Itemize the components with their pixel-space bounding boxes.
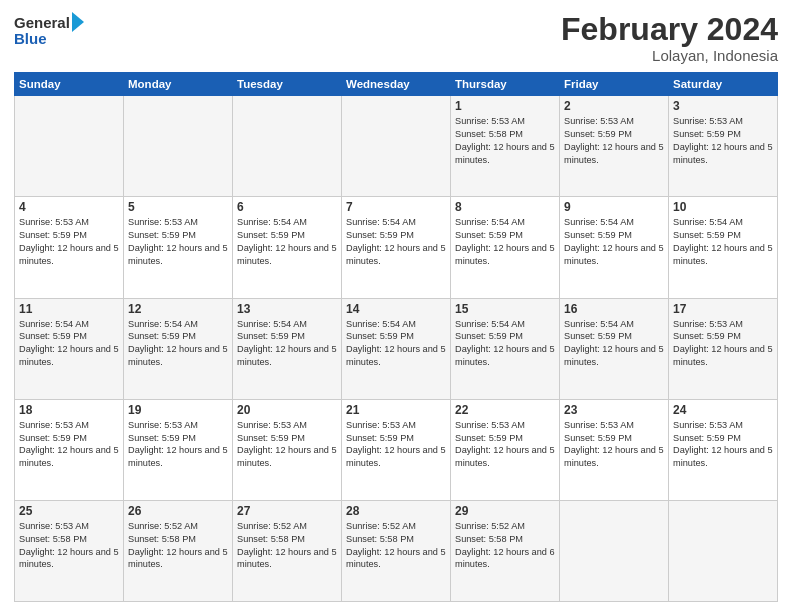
- cell-info: Sunrise: 5:53 AM Sunset: 5:59 PM Dayligh…: [346, 419, 446, 471]
- table-row: 13Sunrise: 5:54 AM Sunset: 5:59 PM Dayli…: [233, 298, 342, 399]
- table-row: 23Sunrise: 5:53 AM Sunset: 5:59 PM Dayli…: [560, 399, 669, 500]
- day-number: 18: [19, 403, 119, 417]
- day-number: 6: [237, 200, 337, 214]
- col-sunday: Sunday: [15, 73, 124, 96]
- cell-info: Sunrise: 5:52 AM Sunset: 5:58 PM Dayligh…: [128, 520, 228, 572]
- general-blue-logo-icon: GeneralBlue: [14, 12, 84, 48]
- table-row: 26Sunrise: 5:52 AM Sunset: 5:58 PM Dayli…: [124, 500, 233, 601]
- day-number: 25: [19, 504, 119, 518]
- header: GeneralBlue February 2024 Lolayan, Indon…: [14, 12, 778, 64]
- cell-info: Sunrise: 5:53 AM Sunset: 5:59 PM Dayligh…: [19, 419, 119, 471]
- day-number: 8: [455, 200, 555, 214]
- cell-info: Sunrise: 5:53 AM Sunset: 5:59 PM Dayligh…: [564, 115, 664, 167]
- table-row: 12Sunrise: 5:54 AM Sunset: 5:59 PM Dayli…: [124, 298, 233, 399]
- table-row: 1Sunrise: 5:53 AM Sunset: 5:58 PM Daylig…: [451, 96, 560, 197]
- cell-info: Sunrise: 5:54 AM Sunset: 5:59 PM Dayligh…: [673, 216, 773, 268]
- table-row: 24Sunrise: 5:53 AM Sunset: 5:59 PM Dayli…: [669, 399, 778, 500]
- table-row: 11Sunrise: 5:54 AM Sunset: 5:59 PM Dayli…: [15, 298, 124, 399]
- cell-info: Sunrise: 5:54 AM Sunset: 5:59 PM Dayligh…: [455, 216, 555, 268]
- col-wednesday: Wednesday: [342, 73, 451, 96]
- table-row: 20Sunrise: 5:53 AM Sunset: 5:59 PM Dayli…: [233, 399, 342, 500]
- table-row: 2Sunrise: 5:53 AM Sunset: 5:59 PM Daylig…: [560, 96, 669, 197]
- table-row: 17Sunrise: 5:53 AM Sunset: 5:59 PM Dayli…: [669, 298, 778, 399]
- cell-info: Sunrise: 5:54 AM Sunset: 5:59 PM Dayligh…: [564, 318, 664, 370]
- day-number: 28: [346, 504, 446, 518]
- table-row: 6Sunrise: 5:54 AM Sunset: 5:59 PM Daylig…: [233, 197, 342, 298]
- col-thursday: Thursday: [451, 73, 560, 96]
- table-row: 3Sunrise: 5:53 AM Sunset: 5:59 PM Daylig…: [669, 96, 778, 197]
- calendar-table: Sunday Monday Tuesday Wednesday Thursday…: [14, 72, 778, 602]
- day-number: 26: [128, 504, 228, 518]
- cell-info: Sunrise: 5:54 AM Sunset: 5:59 PM Dayligh…: [564, 216, 664, 268]
- table-row: 9Sunrise: 5:54 AM Sunset: 5:59 PM Daylig…: [560, 197, 669, 298]
- day-number: 5: [128, 200, 228, 214]
- col-tuesday: Tuesday: [233, 73, 342, 96]
- table-row: 5Sunrise: 5:53 AM Sunset: 5:59 PM Daylig…: [124, 197, 233, 298]
- table-row: 15Sunrise: 5:54 AM Sunset: 5:59 PM Dayli…: [451, 298, 560, 399]
- table-row: 7Sunrise: 5:54 AM Sunset: 5:59 PM Daylig…: [342, 197, 451, 298]
- day-number: 2: [564, 99, 664, 113]
- cell-info: Sunrise: 5:54 AM Sunset: 5:59 PM Dayligh…: [128, 318, 228, 370]
- day-number: 15: [455, 302, 555, 316]
- cell-info: Sunrise: 5:53 AM Sunset: 5:59 PM Dayligh…: [237, 419, 337, 471]
- cell-info: Sunrise: 5:54 AM Sunset: 5:59 PM Dayligh…: [237, 216, 337, 268]
- day-number: 7: [346, 200, 446, 214]
- table-row: 10Sunrise: 5:54 AM Sunset: 5:59 PM Dayli…: [669, 197, 778, 298]
- day-number: 9: [564, 200, 664, 214]
- cell-info: Sunrise: 5:54 AM Sunset: 5:59 PM Dayligh…: [455, 318, 555, 370]
- table-row: 29Sunrise: 5:52 AM Sunset: 5:58 PM Dayli…: [451, 500, 560, 601]
- day-number: 27: [237, 504, 337, 518]
- table-row: 22Sunrise: 5:53 AM Sunset: 5:59 PM Dayli…: [451, 399, 560, 500]
- day-number: 11: [19, 302, 119, 316]
- cell-info: Sunrise: 5:54 AM Sunset: 5:59 PM Dayligh…: [237, 318, 337, 370]
- col-monday: Monday: [124, 73, 233, 96]
- cell-info: Sunrise: 5:53 AM Sunset: 5:59 PM Dayligh…: [673, 115, 773, 167]
- title-block: February 2024 Lolayan, Indonesia: [561, 12, 778, 64]
- cell-info: Sunrise: 5:54 AM Sunset: 5:59 PM Dayligh…: [346, 216, 446, 268]
- cell-info: Sunrise: 5:53 AM Sunset: 5:59 PM Dayligh…: [455, 419, 555, 471]
- day-number: 4: [19, 200, 119, 214]
- table-row: 8Sunrise: 5:54 AM Sunset: 5:59 PM Daylig…: [451, 197, 560, 298]
- cell-info: Sunrise: 5:53 AM Sunset: 5:59 PM Dayligh…: [673, 419, 773, 471]
- header-row: Sunday Monday Tuesday Wednesday Thursday…: [15, 73, 778, 96]
- table-row: [124, 96, 233, 197]
- col-saturday: Saturday: [669, 73, 778, 96]
- day-number: 13: [237, 302, 337, 316]
- cell-info: Sunrise: 5:53 AM Sunset: 5:59 PM Dayligh…: [128, 419, 228, 471]
- cell-info: Sunrise: 5:53 AM Sunset: 5:59 PM Dayligh…: [128, 216, 228, 268]
- day-number: 22: [455, 403, 555, 417]
- cell-info: Sunrise: 5:54 AM Sunset: 5:59 PM Dayligh…: [346, 318, 446, 370]
- logo: GeneralBlue: [14, 12, 84, 48]
- cell-info: Sunrise: 5:53 AM Sunset: 5:59 PM Dayligh…: [673, 318, 773, 370]
- day-number: 3: [673, 99, 773, 113]
- table-row: 4Sunrise: 5:53 AM Sunset: 5:59 PM Daylig…: [15, 197, 124, 298]
- table-row: [560, 500, 669, 601]
- day-number: 20: [237, 403, 337, 417]
- day-number: 14: [346, 302, 446, 316]
- cell-info: Sunrise: 5:52 AM Sunset: 5:58 PM Dayligh…: [455, 520, 555, 572]
- day-number: 19: [128, 403, 228, 417]
- table-row: [15, 96, 124, 197]
- svg-text:Blue: Blue: [14, 30, 47, 47]
- day-number: 29: [455, 504, 555, 518]
- location: Lolayan, Indonesia: [561, 47, 778, 64]
- cell-info: Sunrise: 5:53 AM Sunset: 5:59 PM Dayligh…: [564, 419, 664, 471]
- day-number: 23: [564, 403, 664, 417]
- month-title: February 2024: [561, 12, 778, 47]
- day-number: 24: [673, 403, 773, 417]
- col-friday: Friday: [560, 73, 669, 96]
- day-number: 10: [673, 200, 773, 214]
- table-row: 14Sunrise: 5:54 AM Sunset: 5:59 PM Dayli…: [342, 298, 451, 399]
- cell-info: Sunrise: 5:52 AM Sunset: 5:58 PM Dayligh…: [237, 520, 337, 572]
- table-row: 16Sunrise: 5:54 AM Sunset: 5:59 PM Dayli…: [560, 298, 669, 399]
- day-number: 12: [128, 302, 228, 316]
- svg-marker-2: [72, 12, 84, 32]
- table-row: [669, 500, 778, 601]
- day-number: 21: [346, 403, 446, 417]
- cell-info: Sunrise: 5:52 AM Sunset: 5:58 PM Dayligh…: [346, 520, 446, 572]
- table-row: 28Sunrise: 5:52 AM Sunset: 5:58 PM Dayli…: [342, 500, 451, 601]
- svg-text:General: General: [14, 14, 70, 31]
- cell-info: Sunrise: 5:53 AM Sunset: 5:58 PM Dayligh…: [19, 520, 119, 572]
- table-row: 27Sunrise: 5:52 AM Sunset: 5:58 PM Dayli…: [233, 500, 342, 601]
- table-row: [342, 96, 451, 197]
